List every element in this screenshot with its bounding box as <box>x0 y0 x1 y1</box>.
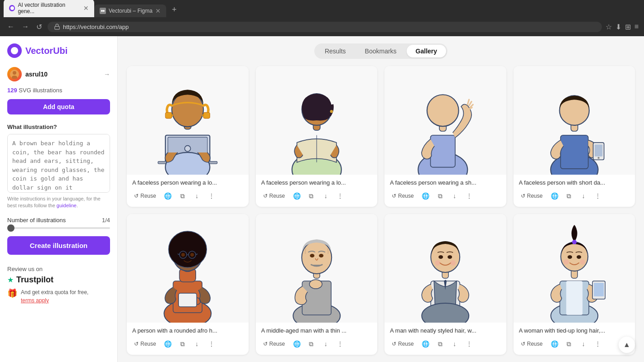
svg-rect-35 <box>178 293 197 307</box>
tab-results[interactable]: Results <box>316 45 355 57</box>
card-actions-6: ↺ Reuse 🌐 ⧉ ↓ ⋮ <box>261 338 372 350</box>
more-icon-6[interactable]: ⋮ <box>334 338 346 350</box>
more-icon-7[interactable]: ⋮ <box>463 338 476 350</box>
logo-inner <box>11 47 18 54</box>
card-image-8 <box>514 214 635 323</box>
download-icon[interactable]: ⬇ <box>615 23 621 31</box>
address-bar[interactable]: https://vectorubi.com/app <box>48 22 602 32</box>
svg-point-72 <box>580 259 585 265</box>
user-name: asrul10 <box>25 71 100 78</box>
address-text: https://vectorubi.com/app <box>63 24 129 30</box>
card-footer-3: A faceless person wearing a sh... ↺ Reus… <box>384 175 506 207</box>
card-footer-4: A faceless person with short da... ↺ Reu… <box>514 175 635 207</box>
copy-icon-5[interactable]: ⧉ <box>176 338 189 350</box>
gallery-card-3: A faceless person wearing a sh... ↺ Reus… <box>384 66 506 207</box>
globe-icon-7[interactable]: 🌐 <box>419 338 432 350</box>
card-image-1 <box>127 66 249 175</box>
download-icon-3[interactable]: ↓ <box>448 190 461 202</box>
reuse-button-1[interactable]: ↺ Reuse <box>132 192 158 200</box>
download-icon-4[interactable]: ↓ <box>577 190 590 202</box>
download-icon-8[interactable]: ↓ <box>577 338 590 350</box>
card-image-3 <box>384 66 506 175</box>
extensions-icon[interactable]: ⊞ <box>625 23 631 31</box>
reuse-button-2[interactable]: ↺ Reuse <box>261 192 287 200</box>
reuse-button-7[interactable]: ↺ Reuse <box>390 340 416 348</box>
create-illustration-button[interactable]: Create illustration <box>7 236 110 255</box>
tab-bookmarks[interactable]: Bookmarks <box>356 45 406 57</box>
svg-point-9 <box>185 146 191 152</box>
card-footer-5: A person with a rounded afro h... ↺ Reus… <box>127 323 249 355</box>
download-icon-6[interactable]: ↓ <box>319 338 332 350</box>
globe-icon-4[interactable]: 🌐 <box>548 190 561 202</box>
reuse-button-8[interactable]: ↺ Reuse <box>519 340 545 348</box>
reuse-button-6[interactable]: ↺ Reuse <box>261 340 287 348</box>
app-body: VectorUbi asrul10 → 129 SVG illustration… <box>0 36 644 362</box>
copy-icon-7[interactable]: ⧉ <box>434 338 447 350</box>
tab-close-2[interactable]: ✕ <box>155 7 161 14</box>
svg-point-2 <box>103 10 105 12</box>
new-tab-button[interactable]: + <box>166 2 183 17</box>
add-quota-button[interactable]: Add quota <box>7 99 110 114</box>
svg-point-58 <box>447 255 452 259</box>
download-icon-1[interactable]: ↓ <box>191 190 203 202</box>
browser-tabs: AI vector illustration gene... ✕ Vectoru… <box>0 0 644 17</box>
svg-point-69 <box>567 255 572 259</box>
bookmark-icon[interactable]: ☆ <box>606 23 612 31</box>
copy-icon-3[interactable]: ⧉ <box>434 190 447 202</box>
globe-icon-6[interactable]: 🌐 <box>290 338 303 350</box>
download-icon-5[interactable]: ↓ <box>191 338 203 350</box>
copy-icon-2[interactable]: ⧉ <box>305 190 317 202</box>
more-icon-1[interactable]: ⋮ <box>205 190 218 202</box>
reuse-button-4[interactable]: ↺ Reuse <box>519 192 545 200</box>
globe-icon-8[interactable]: 🌐 <box>548 338 561 350</box>
svg-point-0 <box>10 6 14 10</box>
more-icon-2[interactable]: ⋮ <box>334 190 346 202</box>
more-icon-5[interactable]: ⋮ <box>205 338 218 350</box>
quota-line: 129 SVG illustrations <box>7 87 110 94</box>
scroll-to-top-button[interactable]: ▲ <box>619 337 635 353</box>
more-icon-8[interactable]: ⋮ <box>591 338 604 350</box>
nav-tabs: Results Bookmarks Gallery <box>314 43 447 59</box>
reuse-button-3[interactable]: ↺ Reuse <box>390 192 416 200</box>
prompt-textarea[interactable] <box>7 134 110 193</box>
logout-button[interactable]: → <box>104 71 110 78</box>
trustpilot-star: ★ <box>7 276 14 284</box>
svg-point-24 <box>427 95 459 126</box>
globe-icon-5[interactable]: 🌐 <box>162 338 174 350</box>
tab-gallery[interactable]: Gallery <box>407 45 446 57</box>
copy-icon-8[interactable]: ⧉ <box>562 338 575 350</box>
back-button[interactable]: ← <box>5 22 16 32</box>
svg-point-68 <box>572 240 577 244</box>
illustration-8 <box>514 214 635 323</box>
globe-icon-3[interactable]: 🌐 <box>419 190 432 202</box>
more-icon-3[interactable]: ⋮ <box>463 190 476 202</box>
reuse-button-5[interactable]: ↺ Reuse <box>132 340 158 348</box>
card-actions-4: ↺ Reuse 🌐 ⧉ ↓ ⋮ <box>519 190 630 202</box>
reload-button[interactable]: ↺ <box>34 22 44 32</box>
user-avatar <box>7 67 22 81</box>
download-icon-7[interactable]: ↓ <box>448 338 461 350</box>
svg-point-39 <box>181 253 185 257</box>
guideline-link[interactable]: guideline <box>57 203 77 208</box>
forward-button[interactable]: → <box>20 22 31 32</box>
card-title-5: A person with a rounded afro h... <box>132 327 243 334</box>
download-icon-2[interactable]: ↓ <box>319 190 332 202</box>
globe-icon-1[interactable]: 🌐 <box>162 190 174 202</box>
copy-icon-6[interactable]: ⧉ <box>305 338 317 350</box>
menu-icon[interactable]: ≡ <box>634 23 639 31</box>
illustration-2 <box>256 66 378 175</box>
copy-icon-4[interactable]: ⧉ <box>562 190 575 202</box>
card-actions-2: ↺ Reuse 🌐 ⧉ ↓ ⋮ <box>261 190 372 202</box>
browser-tab-1[interactable]: AI vector illustration gene... ✕ <box>4 0 94 17</box>
terms-link[interactable]: terms apply <box>21 297 49 304</box>
more-icon-4[interactable]: ⋮ <box>591 190 604 202</box>
tab-close-1[interactable]: ✕ <box>83 5 89 12</box>
gallery-card-1: A faceless person wearing a lo... ↺ Reus… <box>127 66 249 207</box>
illustrations-slider[interactable] <box>7 227 110 229</box>
tab-label-1: AI vector illustration gene... <box>18 2 81 14</box>
gallery-grid: A faceless person wearing a lo... ↺ Reus… <box>127 66 635 355</box>
globe-icon-2[interactable]: 🌐 <box>290 190 303 202</box>
browser-chrome: AI vector illustration gene... ✕ Vectoru… <box>0 0 644 36</box>
browser-tab-2[interactable]: Vectorubi – Figma ✕ <box>94 5 166 17</box>
copy-icon-1[interactable]: ⧉ <box>176 190 189 202</box>
